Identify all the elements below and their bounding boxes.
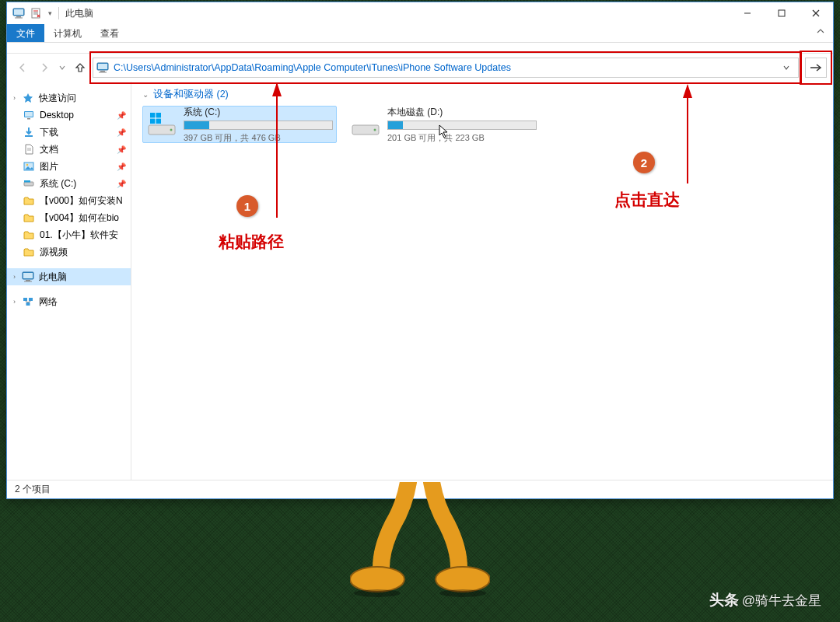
svg-rect-2 [16,16,21,18]
thispc-icon [12,6,26,20]
svg-rect-19 [27,118,30,120]
svg-rect-18 [25,112,33,117]
sidebar-item-pictures[interactable]: 图片 📌 [7,158,131,175]
navigation-pane: › 快速访问 Desktop 📌 下载 📌 [7,82,131,480]
tab-file[interactable]: 文件 [7,24,44,42]
system-buttons [730,2,833,24]
ribbon-collapse-icon[interactable] [808,24,833,42]
sidebar-item-folder[interactable]: 源视频 [7,243,131,260]
explorer-window: ▾ 此电脑 文件 计算机 查看 [6,2,834,499]
drive-windows-icon [146,110,177,139]
pin-icon: 📌 [117,145,126,154]
svg-point-37 [170,129,173,131]
svg-rect-3 [15,18,23,19]
thispc-addr-icon [95,60,110,75]
sidebar-item-label: 快速访问 [39,92,76,105]
drive-info: 397 GB 可用，共 476 GB [184,132,333,144]
drive-info: 201 GB 可用，共 223 GB [387,132,537,144]
pin-icon: 📌 [117,162,126,171]
drive-item-c[interactable]: 系统 (C:) 397 GB 可用，共 476 GB [142,106,337,143]
svg-point-48 [439,589,486,597]
sidebar-item-label: 此电脑 [39,271,67,284]
ribbon-tabs: 文件 计算机 查看 [7,24,833,43]
desktop-icon [23,109,35,121]
watermark: 头条 @骑牛去金星 [709,590,821,610]
sidebar-quick-access[interactable]: › 快速访问 [7,89,131,107]
drive-item-d[interactable]: 本地磁盘 (D:) 201 GB 可用，共 223 GB [346,106,541,143]
pin-icon: 📌 [117,128,126,137]
sidebar-item-downloads[interactable]: 下载 📌 [7,124,131,141]
section-header[interactable]: ⌄ 设备和驱动器 (2) [142,88,822,101]
svg-point-47 [354,589,401,597]
recent-dropdown-icon[interactable] [57,58,68,77]
navigation-row [7,54,833,82]
svg-line-34 [26,301,29,302]
maximize-button[interactable] [765,2,799,24]
address-bar [93,58,799,78]
sidebar-item-label: 【v000】如何安装N [40,194,123,208]
section-title: 设备和驱动器 (2) [153,88,229,101]
folder-icon [23,194,35,207]
watermark-brand: 头条 [709,590,739,610]
chevron-down-icon: ⌄ [142,90,149,99]
qat-dropdown-icon[interactable]: ▾ [46,6,54,20]
svg-rect-14 [100,71,105,72]
sidebar-item-label: 源视频 [40,246,68,259]
titlebar: ▾ 此电脑 [7,2,833,24]
content-area[interactable]: ⌄ 设备和驱动器 (2) 系统 (C:) [131,82,833,480]
sidebar-item-folder[interactable]: 01.【小牛】软件安 [7,226,131,243]
download-icon [23,126,35,138]
forward-button[interactable] [35,58,54,77]
chevron-right-icon: › [13,298,16,306]
up-button[interactable] [71,58,89,77]
window-body: › 快速访问 Desktop 📌 下载 📌 [7,82,833,480]
pin-icon: 📌 [117,180,126,188]
go-button[interactable] [805,58,827,78]
sidebar-item-label: 网络 [39,295,58,309]
drive-name: 本地磁盘 (D:) [387,106,537,119]
sidebar-item-drive-c[interactable]: 系统 (C:) 📌 [7,175,131,192]
minimize-button[interactable] [730,2,765,24]
svg-point-24 [26,164,28,166]
address-input[interactable] [110,59,782,76]
drives-list: 系统 (C:) 397 GB 可用，共 476 GB 本地磁盘 (D:) [142,106,822,143]
sidebar-this-pc[interactable]: › 此电脑 [7,268,131,285]
sidebar-network[interactable]: › 网络 [7,293,131,310]
back-button[interactable] [13,58,32,77]
svg-rect-1 [14,9,23,15]
folder-icon [23,246,35,258]
close-button[interactable] [799,2,833,24]
folder-icon [23,211,35,224]
sidebar-item-label: 文档 [40,143,58,156]
sidebar-item-desktop[interactable]: Desktop 📌 [7,107,131,124]
drive-name: 系统 (C:) [184,106,333,119]
qat-properties-icon[interactable] [29,6,43,20]
drive-icon [350,110,381,139]
sidebar-item-folder[interactable]: 【v000】如何安装N [7,192,131,209]
chevron-right-icon: › [13,273,16,281]
drive-usage-bar [184,121,333,130]
sidebar-item-folder[interactable]: 【v004】如何在bio [7,209,131,226]
svg-rect-30 [24,281,32,282]
address-history-dropdown-icon[interactable] [782,64,798,72]
sidebar-item-label: 【v004】如何在bio [40,211,119,225]
window-title: 此电脑 [65,7,93,20]
svg-rect-13 [98,64,107,69]
sidebar-item-documents[interactable]: 文档 📌 [7,141,131,158]
folder-icon [23,229,35,241]
svg-point-42 [374,129,376,131]
sidebar-item-label: 下载 [40,126,58,139]
watermark-handle: @骑牛去金星 [742,592,821,610]
tab-computer[interactable]: 计算机 [44,24,91,42]
svg-rect-29 [26,280,30,281]
cartoon-figure [350,482,490,599]
sidebar-item-label: 01.【小牛】软件安 [40,229,118,242]
pin-icon: 📌 [117,111,126,120]
chevron-right-icon: › [13,94,16,102]
svg-line-35 [28,301,31,302]
svg-rect-9 [779,10,785,16]
sidebar-item-label: 系统 (C:) [40,177,76,190]
tab-view[interactable]: 查看 [91,24,128,42]
svg-rect-33 [26,302,30,306]
sidebar-item-label: Desktop [40,110,74,121]
